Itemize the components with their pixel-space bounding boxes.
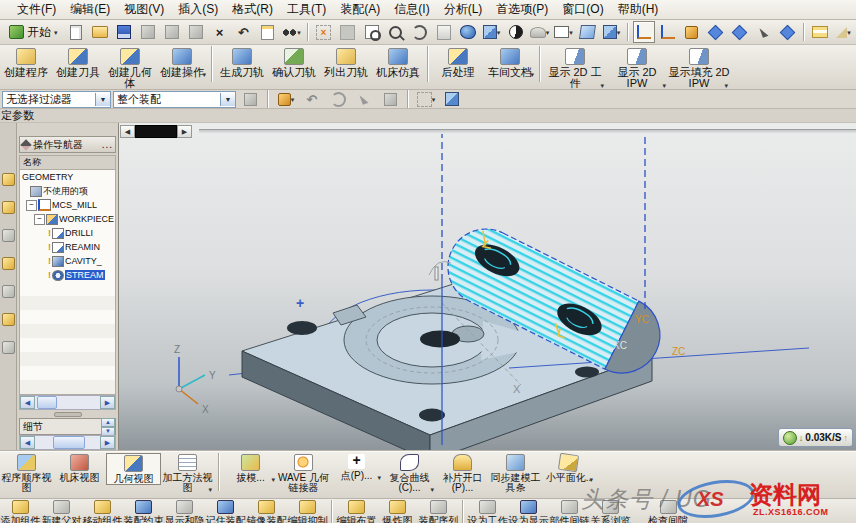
menu-insert[interactable]: 插入(S) <box>171 1 225 18</box>
scroll-right-icon[interactable]: ▶ <box>100 436 115 449</box>
selection-scope-combo[interactable]: 整个装配 ▼ <box>113 91 236 108</box>
collapse-icon[interactable]: − <box>34 214 45 225</box>
fit-view-button[interactable]: × <box>313 21 335 43</box>
select-prev-button[interactable]: ↶ <box>301 88 323 110</box>
menu-view[interactable]: 视图(V) <box>117 1 171 18</box>
draft-button[interactable]: 拔模...▾ <box>224 453 277 483</box>
wcs-triad[interactable]: Z Y X <box>174 344 216 415</box>
viewport-scroll-widget[interactable]: ◀ ▶ <box>120 125 192 138</box>
menu-file[interactable]: 文件(F) <box>10 1 63 18</box>
export-button[interactable] <box>257 21 279 43</box>
menu-edit[interactable]: 编辑(E) <box>63 1 117 18</box>
csys-dynamics-button[interactable] <box>633 21 655 43</box>
assembly-constraints-button[interactable]: 装配约束 <box>123 500 164 523</box>
move-component-button[interactable]: 移动组件 <box>82 500 123 523</box>
scroll-thumb[interactable] <box>37 396 57 409</box>
zoom-button[interactable] <box>385 21 407 43</box>
menu-analysis[interactable]: 分析(L) <box>437 1 490 18</box>
chevron-down-icon[interactable]: ▾ <box>724 82 728 89</box>
chevron-down-icon[interactable]: ▾ <box>202 71 206 78</box>
wcs-origin-ball[interactable] <box>176 386 182 392</box>
tree-row-stream-selected[interactable]: ! STREAM <box>20 268 115 282</box>
point-button[interactable]: +点(P)...▾ <box>330 453 383 481</box>
create-tool-button[interactable]: 创建刀具 <box>52 46 104 78</box>
spin-up-icon[interactable]: ▲ <box>101 418 115 427</box>
navigator-column-header[interactable]: 名称 <box>19 155 116 170</box>
new-parent-button[interactable]: 新建父对 <box>41 500 82 523</box>
scroll-track[interactable] <box>35 396 100 409</box>
copy-button[interactable] <box>161 21 183 43</box>
menu-tools[interactable]: 工具(T) <box>280 1 333 18</box>
plate-hole-2[interactable] <box>419 409 445 422</box>
plate-hole-1[interactable] <box>287 321 317 335</box>
deselect-all-button[interactable] <box>327 88 349 110</box>
select-up-button[interactable] <box>353 88 375 110</box>
chevron-down-icon[interactable]: ▾ <box>430 486 434 493</box>
chevron-down-icon[interactable]: ▾ <box>208 486 212 493</box>
show-2d-workpiece-button[interactable]: 显示 2D 工件▾ <box>544 46 606 89</box>
tool-button[interactable] <box>681 21 703 43</box>
selection-filter-combo[interactable]: 无选择过滤器 ▼ <box>2 91 111 108</box>
hd3d-tools-icon[interactable] <box>2 285 15 298</box>
show-hide-button[interactable]: 显示和隐 <box>164 500 205 523</box>
combo-arrow-icon[interactable]: ▼ <box>95 93 110 106</box>
exploded-view-button[interactable]: 爆炸图 <box>377 500 418 523</box>
scroll-right-icon[interactable]: ▶ <box>100 396 115 409</box>
zoom-box-button[interactable] <box>361 21 383 43</box>
collapse-icon[interactable]: − <box>26 200 37 211</box>
machine-tool-view-button[interactable]: 机床视图 <box>53 453 106 483</box>
scroll-left-icon[interactable]: ◀ <box>20 396 35 409</box>
create-geometry-button[interactable]: 创建几何体 <box>104 46 156 89</box>
geometry-view-button[interactable]: 几何视图 <box>106 453 161 485</box>
generate-toolpath-button[interactable]: 生成刀轨 <box>216 46 268 78</box>
view-orient-button[interactable] <box>577 21 599 43</box>
tree-row-reaming[interactable]: ! REAMIN <box>20 240 115 254</box>
shop-docs-button[interactable]: 车间文档▾ <box>484 46 536 78</box>
select-flow-button[interactable] <box>379 88 401 110</box>
splitter-grip[interactable] <box>54 412 82 417</box>
face-analysis-button[interactable]: ▾ <box>529 21 551 43</box>
program-order-view-button[interactable]: 程序顺序视图 <box>0 453 53 493</box>
scroll-track[interactable] <box>35 436 100 449</box>
wave-geometry-linker-button[interactable]: WAVE 几何链接器 <box>277 453 330 493</box>
snap-point-toggle[interactable]: ▾ <box>275 88 297 110</box>
scroll-left-icon[interactable]: ◀ <box>20 436 35 449</box>
cut-button[interactable] <box>137 21 159 43</box>
add-component-button[interactable]: 添加组件 <box>0 500 41 523</box>
snap-point-button[interactable] <box>729 21 751 43</box>
tree-row-geometry[interactable]: GEOMETRY <box>20 170 115 184</box>
menu-preferences[interactable]: 首选项(P) <box>489 1 555 18</box>
patch-opening-button[interactable]: 补片开口(P)... <box>436 453 489 493</box>
graphics-viewport[interactable]: ◀ ▶ <box>119 123 856 450</box>
more-options-icon[interactable]: ... <box>102 139 113 150</box>
chevron-down-icon[interactable]: ▾ <box>530 71 534 78</box>
delete-button[interactable]: × <box>209 21 231 43</box>
tree-row-mcs-mill[interactable]: − MCS_MILL <box>20 198 115 212</box>
rectangle-select-button[interactable]: ▾ <box>415 88 437 110</box>
part-navigator-icon[interactable] <box>2 229 15 242</box>
reuse-library-icon[interactable] <box>2 257 15 270</box>
shaded-button[interactable] <box>457 21 479 43</box>
assembly-sequence-button[interactable]: 装配序列 <box>418 500 459 523</box>
solid-body-filter-button[interactable] <box>441 88 463 110</box>
new-part-button[interactable] <box>65 21 87 43</box>
verify-toolpath-button[interactable]: 确认刀轨 <box>268 46 320 78</box>
tree-row-workpiece[interactable]: − WORKPIECE <box>20 212 115 226</box>
make-work-part-button[interactable]: 设为工作 <box>467 500 508 523</box>
shaded-edges-button[interactable]: ▾ <box>481 21 503 43</box>
assembly-navigator-icon[interactable] <box>2 173 15 186</box>
scroll-thumb[interactable] <box>135 125 177 138</box>
show-filled-2d-ipw-button[interactable]: 显示填充 2D IPW▾ <box>668 46 730 89</box>
combo-arrow-icon[interactable]: ▼ <box>220 93 235 106</box>
highlight-button[interactable] <box>239 88 261 110</box>
menu-assemblies[interactable]: 装配(A) <box>333 1 387 18</box>
select-cursor-button[interactable] <box>753 21 775 43</box>
show-2d-ipw-button[interactable]: 显示 2D IPW▾ <box>606 46 668 89</box>
details-section-header[interactable]: 细节 ▲ ▼ <box>19 418 116 435</box>
pan-button[interactable] <box>433 21 455 43</box>
move-object-button[interactable] <box>705 21 727 43</box>
undo-button[interactable]: ↶ <box>233 21 255 43</box>
mirror-assembly-button[interactable]: 镜像装配 <box>246 500 287 523</box>
tree-horizontal-scrollbar[interactable]: ◀ ▶ <box>19 395 116 410</box>
tree-row-cavity[interactable]: ! CAVITY_ <box>20 254 115 268</box>
